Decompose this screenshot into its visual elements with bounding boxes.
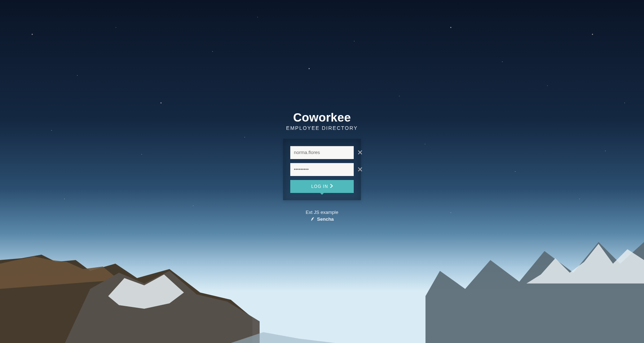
clear-username-icon[interactable] [358, 146, 362, 159]
username-field-wrap [290, 146, 354, 159]
login-panel: LOG IN [283, 139, 361, 200]
sencha-leaf-icon [310, 217, 315, 221]
password-input[interactable] [290, 163, 358, 176]
login-button-label: LOG IN [311, 184, 328, 189]
clear-password-icon[interactable] [358, 163, 362, 176]
password-field-wrap [290, 163, 354, 176]
footer: Ext JS example Sencha [306, 210, 338, 222]
footer-example-label: Ext JS example [306, 210, 338, 215]
app-title: Coworkee [293, 111, 351, 124]
username-input[interactable] [290, 146, 358, 159]
app-subtitle: EMPLOYEE DIRECTORY [286, 125, 358, 131]
footer-brand[interactable]: Sencha [310, 216, 334, 222]
footer-brand-label: Sencha [317, 216, 334, 222]
chevron-right-icon [330, 184, 333, 189]
login-button[interactable]: LOG IN [290, 180, 354, 193]
